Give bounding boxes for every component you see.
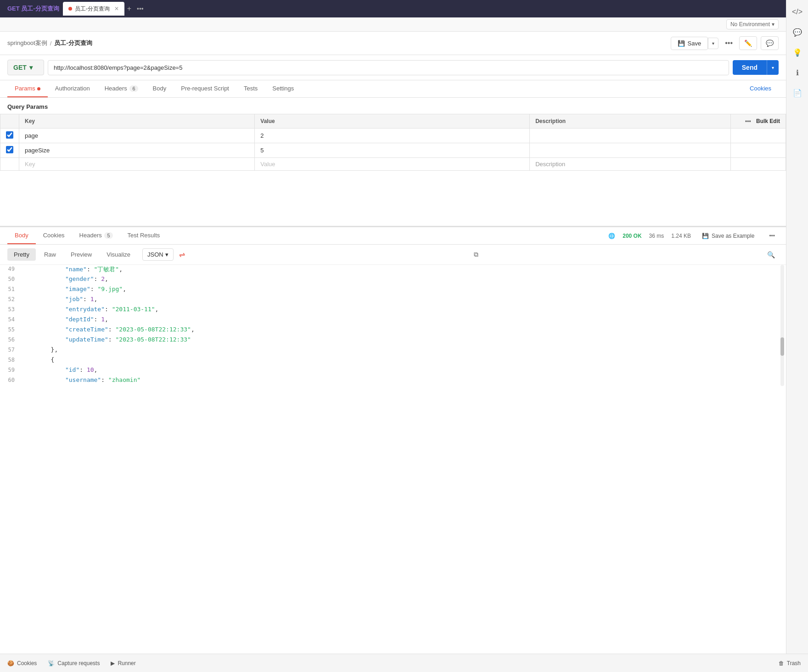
line-content: "entrydate": "2011-03-11",: [22, 306, 786, 313]
format-raw-btn[interactable]: Raw: [38, 248, 62, 261]
format-preview-btn[interactable]: Preview: [64, 248, 98, 261]
save-example-icon: 💾: [702, 233, 709, 239]
bulk-edit-btn[interactable]: Bulk Edit: [756, 118, 780, 124]
row2-checkbox[interactable]: [6, 146, 13, 153]
method-select[interactable]: GET ▾: [7, 60, 44, 75]
tab-bar: GET 员工-分页查询 员工-分页查询 ✕ + •••: [0, 0, 786, 17]
line-content: {: [22, 356, 786, 363]
res-tab-test-results[interactable]: Test Results: [120, 227, 168, 244]
row1-checkbox[interactable]: [6, 131, 13, 139]
wrap-icon[interactable]: ⇌: [175, 248, 189, 261]
code-token: :: [108, 336, 116, 343]
tab-pre-request[interactable]: Pre-request Script: [174, 80, 236, 97]
bottom-bar: 🍪 Cookies 📡 Capture requests ▶ Runner 🗑 …: [0, 654, 808, 672]
params-table: Key Value Description ••• Bulk Edit page…: [0, 114, 786, 171]
env-select[interactable]: No Environment ▾: [726, 19, 779, 29]
tab-body-label: Body: [153, 85, 167, 92]
empty-value[interactable]: Value: [255, 158, 530, 171]
tab-settings[interactable]: Settings: [265, 80, 301, 97]
code-token: [22, 275, 65, 282]
empty-key[interactable]: Key: [19, 158, 255, 171]
code-token: ,: [119, 266, 123, 273]
sidebar-docs-icon[interactable]: 📄: [789, 84, 806, 101]
copy-icon[interactable]: ⧉: [470, 249, 482, 260]
tab-headers[interactable]: Headers 6: [97, 80, 146, 97]
bottom-capture-btn[interactable]: 📡 Capture requests: [48, 660, 100, 666]
code-token: [22, 306, 65, 313]
tab-params[interactable]: Params: [7, 80, 48, 97]
line-number: 53: [0, 306, 22, 313]
col-key: Key: [19, 114, 255, 129]
right-sidebar: </> 💬 💡 ℹ 📄: [786, 0, 808, 654]
format-pretty-btn[interactable]: Pretty: [7, 248, 36, 261]
sidebar-comment-icon[interactable]: 💬: [789, 24, 806, 40]
res-more-btn[interactable]: •••: [765, 231, 779, 241]
tab-tests[interactable]: Tests: [236, 80, 265, 97]
res-tab-body[interactable]: Body: [7, 227, 36, 244]
env-chevron: ▾: [772, 21, 774, 28]
row1-desc[interactable]: [530, 129, 731, 143]
query-params-title: Query Params: [0, 98, 786, 114]
col-actions: ••• Bulk Edit: [731, 114, 786, 129]
breadcrumb-current: 员工-分页查询: [54, 39, 92, 47]
format-visualize-btn[interactable]: Visualize: [100, 248, 137, 261]
comment-icon-btn[interactable]: 💬: [761, 36, 779, 50]
sidebar-lightbulb-icon[interactable]: 💡: [789, 44, 806, 61]
res-tab-cookies[interactable]: Cookies: [36, 227, 72, 244]
bulk-edit-dots[interactable]: •••: [745, 118, 751, 124]
code-token: :: [94, 275, 101, 282]
bottom-trash-btn[interactable]: 🗑 Trash: [779, 660, 801, 666]
line-content: "name": "丁敏君",: [22, 265, 786, 274]
empty-desc[interactable]: Description: [530, 158, 731, 171]
save-example-btn[interactable]: 💾 Save as Example: [698, 231, 758, 241]
header-more-btn[interactable]: •••: [722, 36, 735, 50]
env-bar: No Environment ▾: [0, 17, 786, 32]
row2-desc[interactable]: [530, 143, 731, 158]
tab-authorization[interactable]: Authorization: [48, 80, 97, 97]
code-token: [22, 326, 65, 333]
format-bar: Pretty Raw Preview Visualize JSON ▾ ⇌ ⧉ …: [0, 245, 786, 265]
code-token: [22, 316, 65, 323]
code-token: 1: [90, 296, 94, 302]
code-line: 54 "deptId": 1,: [0, 315, 786, 325]
save-dropdown-btn[interactable]: ▾: [708, 38, 718, 49]
send-button[interactable]: Send: [733, 60, 767, 75]
empty-actions: [731, 158, 786, 171]
code-token: "2023-05-08T22:12:33": [116, 336, 191, 343]
bottom-trash-label: Trash: [787, 660, 801, 666]
row2-key[interactable]: pageSize: [19, 143, 255, 158]
row1-key[interactable]: page: [19, 129, 255, 143]
code-token: :: [87, 266, 94, 273]
res-tab-headers[interactable]: Headers 5: [72, 227, 120, 244]
request-tabs: Params Authorization Headers 6 Body Pre-…: [0, 80, 786, 98]
tab-cookies[interactable]: Cookies: [742, 80, 779, 97]
active-tab[interactable]: 员工-分页查询 ✕: [63, 2, 124, 16]
row2-value[interactable]: 5: [255, 143, 530, 158]
tab-close-btn[interactable]: ✕: [114, 6, 119, 12]
new-tab-btn[interactable]: +: [124, 5, 134, 13]
tab-cookies-label: Cookies: [750, 85, 771, 92]
url-input[interactable]: [48, 60, 729, 75]
sidebar-info-icon[interactable]: ℹ: [789, 64, 806, 81]
capture-icon: 📡: [48, 660, 55, 666]
code-token: [22, 376, 65, 383]
code-token: :: [105, 306, 112, 313]
scrollbar-thumb[interactable]: [780, 337, 784, 356]
edit-icon-btn[interactable]: ✏️: [739, 36, 757, 50]
send-dropdown-btn[interactable]: ▾: [767, 60, 779, 75]
sidebar-code-icon[interactable]: </>: [789, 4, 806, 20]
tab-tests-label: Tests: [244, 85, 258, 92]
scrollbar-track[interactable]: [780, 265, 784, 386]
code-token: [22, 266, 65, 273]
bottom-cookies-btn[interactable]: 🍪 Cookies: [7, 660, 37, 666]
tabs-more-btn[interactable]: •••: [134, 5, 146, 12]
row2-check-cell: [0, 143, 19, 158]
row1-value[interactable]: 2: [255, 129, 530, 143]
code-token: "2011-03-11": [112, 306, 155, 313]
search-icon[interactable]: 🔍: [763, 249, 779, 260]
save-button[interactable]: 💾 Save: [671, 37, 708, 50]
json-format-select[interactable]: JSON ▾: [142, 248, 174, 261]
bottom-runner-btn[interactable]: ▶ Runner: [111, 660, 135, 666]
tab-body[interactable]: Body: [146, 80, 174, 97]
response-status: 🌐 200 OK 36 ms 1.24 KB 💾 Save as Example…: [608, 231, 779, 241]
